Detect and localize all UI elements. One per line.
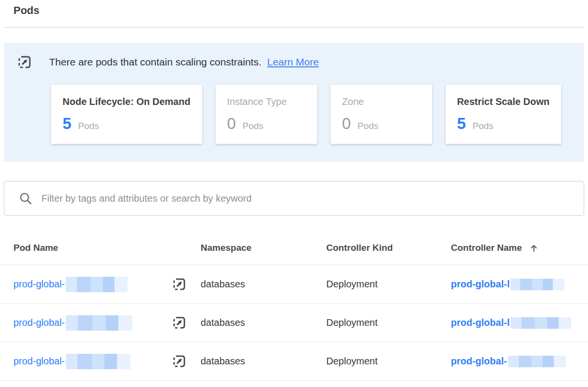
controller-kind-cell: Deployment <box>326 279 451 290</box>
card-restrict-scale-down[interactable]: Restrict Scale Down 5 Pods <box>446 85 561 144</box>
filter-bar <box>4 181 584 216</box>
page-title: Pods <box>13 4 588 17</box>
card-pod-count: 5 <box>63 116 71 131</box>
scaling-constraint-icon <box>17 55 32 69</box>
table-row: prod-global- databases Deployment prod-g… <box>0 265 588 304</box>
redacted-text <box>508 356 566 367</box>
sort-ascending-icon <box>529 243 539 253</box>
redacted-text <box>66 277 128 292</box>
card-unit-label: Pods <box>243 121 263 131</box>
redacted-text <box>66 354 130 369</box>
table-header: Pod Name Namespace Controller Kind Contr… <box>0 238 588 265</box>
learn-more-link[interactable]: Learn More <box>267 56 319 68</box>
namespace-cell: databases <box>201 356 326 367</box>
external-link-icon[interactable] <box>172 316 186 330</box>
namespace-cell: databases <box>201 279 326 290</box>
redacted-text <box>511 317 571 329</box>
external-link-icon[interactable] <box>172 277 186 291</box>
controller-name-link[interactable]: prod-global-l <box>451 279 510 290</box>
table-row: prod-global- databases Deployment prod-g… <box>0 342 588 381</box>
card-pod-count: 0 <box>227 116 236 131</box>
card-zone[interactable]: Zone 0 Pods <box>331 85 432 144</box>
pod-name-link[interactable]: prod-global- <box>13 356 65 367</box>
search-input[interactable] <box>41 193 574 204</box>
card-pod-count: 0 <box>342 116 351 131</box>
card-title: Restrict Scale Down <box>457 96 550 107</box>
constraint-cards: Node Lifecycle: On Demand 5 Pods Instanc… <box>51 85 584 144</box>
column-header-controller-name[interactable]: Controller Name <box>451 243 588 253</box>
scaling-constraints-banner: There are pods that contain scaling cons… <box>4 43 584 162</box>
controller-name-link[interactable]: prod-global-l <box>451 317 510 328</box>
card-unit-label: Pods <box>78 121 99 131</box>
pod-name-link[interactable]: prod-global- <box>13 279 65 290</box>
card-pod-count: 5 <box>457 116 466 131</box>
namespace-cell: databases <box>201 317 326 328</box>
card-node-lifecycle[interactable]: Node Lifecycle: On Demand 5 Pods <box>51 85 202 144</box>
search-icon <box>19 192 33 206</box>
redacted-text <box>66 315 132 331</box>
column-header-pod-name[interactable]: Pod Name <box>13 243 201 253</box>
banner-message: There are pods that contain scaling cons… <box>49 56 261 68</box>
column-header-namespace[interactable]: Namespace <box>201 243 326 253</box>
pod-name-link[interactable]: prod-global- <box>13 317 65 328</box>
controller-name-link[interactable]: prod-global- <box>451 356 507 367</box>
card-unit-label: Pods <box>473 121 493 131</box>
card-title: Instance Type <box>227 96 306 107</box>
card-instance-type[interactable]: Instance Type 0 Pods <box>216 85 317 144</box>
controller-kind-cell: Deployment <box>326 356 451 367</box>
external-link-icon[interactable] <box>172 354 186 368</box>
card-title: Node Lifecycle: On Demand <box>63 96 191 107</box>
card-title: Zone <box>342 96 421 107</box>
column-header-controller-kind[interactable]: Controller Kind <box>326 243 451 253</box>
controller-kind-cell: Deployment <box>326 317 451 328</box>
table-row: prod-global- databases Deployment prod-g… <box>0 304 588 342</box>
title-divider <box>4 27 584 28</box>
card-unit-label: Pods <box>358 121 378 131</box>
redacted-text <box>511 279 564 290</box>
